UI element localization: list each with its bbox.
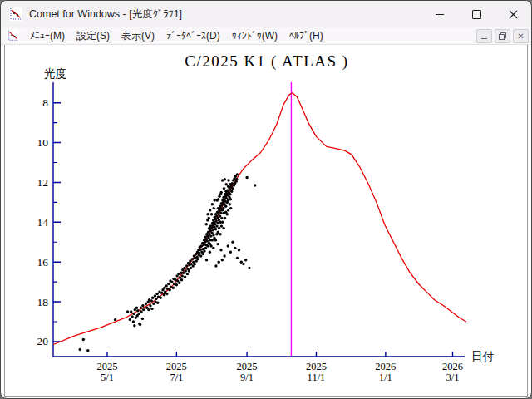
svg-text:2025: 2025 xyxy=(97,361,118,372)
maximize-button[interactable] xyxy=(458,1,495,27)
menu-item-database[interactable]: ﾃﾞｰﾀﾍﾞｰｽ(D) xyxy=(160,28,226,43)
svg-text:2026: 2026 xyxy=(442,361,463,372)
svg-text:11/1: 11/1 xyxy=(308,372,326,383)
x-axis-label: 日付 xyxy=(471,350,495,362)
magnitude-chart: C/2025 K1 ( ATLAS )810121416182020255/12… xyxy=(1,1,531,398)
svg-text:7/1: 7/1 xyxy=(170,372,183,383)
svg-text:2026: 2026 xyxy=(375,361,396,372)
comet-graph-app-icon xyxy=(9,7,22,21)
svg-text:12: 12 xyxy=(37,176,49,189)
menu-item-settings[interactable]: 設定(S) xyxy=(71,27,116,45)
maximize-icon xyxy=(472,10,481,19)
axes xyxy=(53,82,465,357)
close-button[interactable] xyxy=(495,1,531,27)
svg-text:5/1: 5/1 xyxy=(101,372,114,383)
svg-text:14: 14 xyxy=(37,216,49,229)
svg-text:2025: 2025 xyxy=(306,361,327,372)
svg-text:1/1: 1/1 xyxy=(379,372,392,383)
light-curve xyxy=(53,93,466,345)
svg-text:18: 18 xyxy=(37,296,49,308)
mdi-window-controls: ✕ xyxy=(476,29,529,43)
svg-text:10: 10 xyxy=(37,136,49,149)
chart-title: C/2025 K1 ( ATLAS ) xyxy=(185,52,348,71)
minimize-button[interactable] xyxy=(421,1,458,27)
mdi-close-icon: ✕ xyxy=(517,32,524,41)
svg-text:20: 20 xyxy=(37,335,49,347)
mdi-restore-icon xyxy=(499,32,506,40)
y-axis-label: 光度 xyxy=(44,67,66,80)
y-axis-ticks: 8101214161820 xyxy=(37,96,62,347)
svg-text:16: 16 xyxy=(37,256,49,268)
menu-item-help[interactable]: ﾍﾙﾌﾟ(H) xyxy=(283,28,329,43)
mdi-minimize-button[interactable] xyxy=(476,29,492,43)
observation-points xyxy=(79,173,257,352)
svg-text:2025: 2025 xyxy=(237,361,258,372)
app-window: C/2025 K1 ( ATLAS )810121416182020255/12… xyxy=(0,0,532,399)
mdi-restore-button[interactable] xyxy=(495,29,510,43)
svg-text:3/1: 3/1 xyxy=(446,372,460,383)
minimize-icon xyxy=(436,14,444,15)
mdi-close-button[interactable]: ✕ xyxy=(513,29,529,43)
mdi-minimize-icon xyxy=(481,38,487,39)
window-title: Comet for Windows - [光度ｸﾞﾗﾌ1] xyxy=(29,7,182,22)
menu-item-menu[interactable]: ﾒﾆｭｰ(M) xyxy=(24,28,71,43)
svg-text:9/1: 9/1 xyxy=(240,372,254,383)
child-window-system-icon[interactable] xyxy=(7,30,19,42)
svg-text:8: 8 xyxy=(42,96,48,109)
menu-item-window[interactable]: ｳｨﾝﾄﾞｳ(W) xyxy=(226,28,283,43)
svg-text:2025: 2025 xyxy=(166,361,187,372)
menu-item-view[interactable]: 表示(V) xyxy=(116,27,160,45)
close-icon xyxy=(509,10,518,19)
menubar: ﾒﾆｭｰ(M) 設定(S) 表示(V) ﾃﾞｰﾀﾍﾞｰｽ(D) ｳｨﾝﾄﾞｳ(W… xyxy=(1,27,531,45)
titlebar: Comet for Windows - [光度ｸﾞﾗﾌ1] xyxy=(1,1,531,27)
